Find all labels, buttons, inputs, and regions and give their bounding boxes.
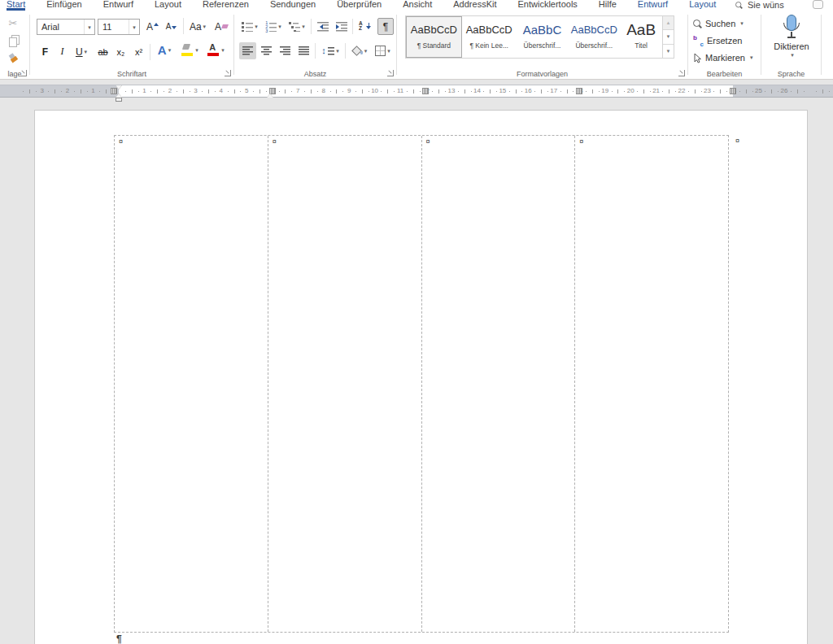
chevron-down-icon[interactable]: ▾ [168,47,172,54]
tab-tabletools-entwurf[interactable]: Entwurf [638,0,668,11]
numbering-button[interactable]: ▾ [263,18,284,35]
shading-button[interactable]: ▾ [348,42,370,59]
decrease-indent-button[interactable] [314,18,331,35]
line-spacing-button[interactable]: ▾ [318,42,342,59]
tab-start[interactable]: Start [7,0,25,11]
highlight-color-button[interactable]: ▾ [178,41,202,59]
table-cell-1[interactable]: ¤ [115,136,268,632]
bullets-button[interactable]: ▾ [239,18,260,35]
ruler-tick [695,89,696,94]
tab-entwurf[interactable]: Entwurf [103,0,133,11]
chevron-down-icon[interactable]: ▾ [129,20,139,34]
multilevel-list-button[interactable]: ▾ [286,18,307,35]
change-case-button[interactable]: Aa▾ [186,18,209,35]
strikethrough-button[interactable]: ab [94,43,111,60]
select-button[interactable]: Markieren ▾ [693,50,752,65]
underline-button[interactable]: U▾ [71,43,92,60]
font-color-button[interactable]: A▾ [204,41,228,59]
ruler-dot [599,91,600,92]
divider [150,44,150,60]
share-icon[interactable] [813,0,823,9]
align-left-button[interactable] [239,42,256,59]
gallery-more-icon[interactable]: ▼ [663,45,674,58]
tab-layout[interactable]: Layout [155,0,181,11]
cut-button[interactable]: ✂ [3,15,23,32]
font-name-combobox[interactable]: Arial▾ [37,19,95,35]
bold-button[interactable]: F [38,43,52,60]
justify-button[interactable] [295,42,312,59]
tab-sendungen[interactable]: Sendungen [270,0,316,11]
show-formatting-marks-button[interactable]: ¶ [377,18,394,35]
strikethrough-icon: ab [98,47,107,57]
table-cell-4[interactable]: ¤ [575,136,728,632]
font-dialog-launcher-icon[interactable] [225,70,231,76]
tab-entwicklertools[interactable]: Entwicklertools [517,0,577,11]
align-right-button[interactable] [277,42,294,59]
page[interactable]: ¤ ¤ ¤ ¤ ¤ ¶ [34,110,808,644]
borders-button[interactable]: ▾ [372,42,394,59]
chevron-down-icon[interactable]: ▾ [302,24,305,30]
chevron-down-icon[interactable]: ▾ [278,24,281,30]
ruler-dot [445,91,446,92]
increase-indent-button[interactable] [333,18,350,35]
table-cell-2[interactable]: ¤ [268,136,422,632]
sort-button[interactable]: A Z [355,18,374,35]
format-painter-button[interactable] [3,50,23,67]
clipboard-dialog-launcher-icon[interactable] [20,70,27,76]
style-kein-leerraum[interactable]: AaBbCcD ¶ Kein Lee... [462,16,517,58]
search-icon [735,2,743,9]
tab-einfuegen[interactable]: Einfügen [46,0,81,11]
tab-hilfe[interactable]: Hilfe [599,0,617,11]
text-effects-button[interactable]: A▾ [153,41,176,59]
tell-me-search[interactable]: Sie wüns [735,0,784,11]
subscript-button[interactable]: x₂ [112,43,129,60]
gallery-scroll-up-icon[interactable]: ▲ [663,16,674,30]
superscript-button[interactable]: x² [130,43,147,60]
chevron-down-icon[interactable]: ▾ [85,49,88,55]
italic-button[interactable]: I [55,43,69,60]
grow-font-button[interactable]: A [144,18,161,35]
left-indent-marker[interactable] [116,98,122,102]
tab-ansicht[interactable]: Ansicht [403,0,432,11]
tab-addresskit[interactable]: AddressKit [453,0,496,11]
style-titel[interactable]: AaB Titel [620,16,662,58]
paragraph-dialog-launcher-icon[interactable] [387,70,394,76]
move-table-column-marker[interactable] [422,88,429,94]
find-button[interactable]: Suchen ▾ [693,16,744,31]
chevron-down-icon[interactable]: ▾ [195,47,198,54]
ruler-tick [669,89,669,94]
font-size-combobox[interactable]: 11▾ [98,19,140,35]
chevron-down-icon[interactable]: ▾ [84,20,94,34]
ruler-tick [311,89,312,94]
style-ueberschrift-1[interactable]: AaBbC Überschrif... [517,16,569,58]
multilevel-list-icon [289,22,300,32]
style-standard[interactable]: AaBbCcD ¶ Standard [406,16,462,58]
tab-referenzen[interactable]: Referenzen [203,0,249,11]
ruler-dot [791,91,792,92]
clear-formatting-button[interactable]: A [212,18,230,35]
chevron-down-icon[interactable]: ▾ [255,24,258,30]
ruler-dot [369,91,369,92]
style-ueberschrift-2[interactable]: AaBbCcD Überschrif... [568,16,620,58]
right-indent-marker[interactable] [267,90,273,98]
chevron-down-icon[interactable]: ▾ [387,48,390,54]
tab-ueberpruefen[interactable]: Überprüfen [337,0,382,11]
ruler-number: 22 [678,85,686,97]
horizontal-ruler[interactable]: 1234567891011121314151617181920212223242… [0,85,833,98]
move-table-column-marker[interactable] [730,88,736,94]
label-table[interactable]: ¤ ¤ ¤ ¤ [114,135,729,633]
shrink-font-button[interactable]: A [163,18,180,35]
replace-button[interactable]: Ersetzen [693,33,742,48]
ruler-tick [541,89,542,94]
chevron-down-icon[interactable]: ▾ [221,47,225,54]
chevron-down-icon[interactable]: ▾ [364,48,368,54]
move-table-column-marker[interactable] [576,88,582,94]
hanging-indent-marker[interactable] [116,90,122,98]
copy-button[interactable] [3,32,23,49]
dictate-button[interactable]: Diktieren ▾ [768,15,815,68]
tab-tabletools-layout[interactable]: Layout [689,0,716,11]
styles-dialog-launcher-icon[interactable] [678,70,685,76]
table-cell-3[interactable]: ¤ [422,136,576,632]
align-center-button[interactable] [258,42,275,59]
gallery-scroll-down-icon[interactable]: ▼ [663,30,674,44]
